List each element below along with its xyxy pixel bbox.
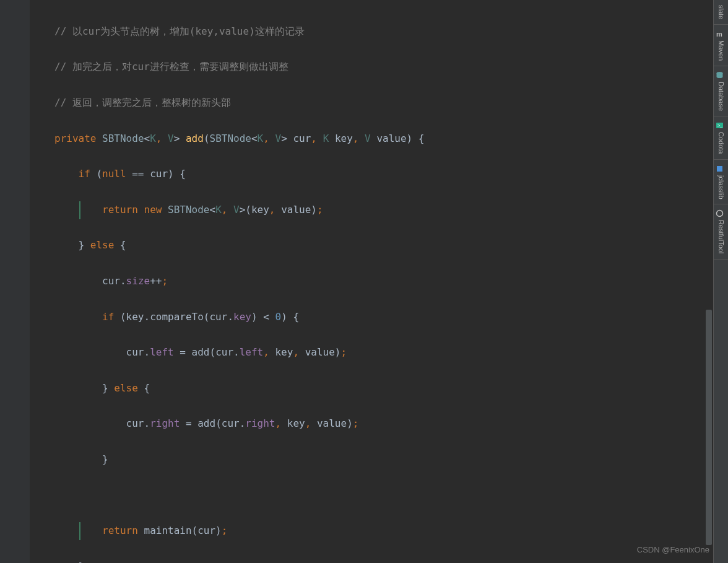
database-icon bbox=[717, 71, 725, 79]
tool-tab-restfultool[interactable]: RestfulTool bbox=[713, 204, 728, 259]
keyword-private: private bbox=[54, 133, 96, 144]
tool-tab-codota[interactable]: >_ Codota bbox=[713, 116, 728, 159]
restful-icon bbox=[717, 209, 725, 217]
tool-tab-database[interactable]: Database bbox=[713, 66, 728, 116]
method-add: add bbox=[186, 133, 204, 144]
jclasslib-icon bbox=[717, 165, 725, 173]
svg-rect-4 bbox=[717, 166, 722, 172]
maven-icon: m bbox=[717, 30, 725, 38]
comment-line: // 返回，调整完之后，整棵树的新头部 bbox=[54, 97, 231, 108]
code-editor[interactable]: // 以cur为头节点的树，增加(key,value)这样的记录 // 加完之后… bbox=[0, 0, 713, 563]
codota-icon: >_ bbox=[717, 121, 725, 129]
comment-line: // 以cur为头节点的树，增加(key,value)这样的记录 bbox=[54, 25, 305, 37]
tool-tab-jclasslib[interactable]: jclasslib bbox=[713, 160, 728, 205]
right-tool-sidebar: slate m Maven Database >_ Codota jclassl… bbox=[713, 0, 728, 563]
watermark: CSDN @FeenixOne bbox=[637, 543, 709, 557]
svg-text:m: m bbox=[716, 30, 722, 38]
code-content: // 以cur为头节点的树，增加(key,value)这样的记录 // 加完之后… bbox=[54, 5, 713, 563]
editor-gutter bbox=[0, 0, 30, 563]
editor-scrollbar[interactable] bbox=[704, 0, 712, 563]
field-size: size bbox=[126, 275, 150, 287]
tool-tab-slate[interactable]: slate bbox=[713, 0, 728, 25]
comment-line: // 加完之后，对cur进行检查，需要调整则做出调整 bbox=[54, 61, 288, 72]
scrollbar-thumb[interactable] bbox=[706, 310, 712, 545]
tool-tab-maven[interactable]: m Maven bbox=[713, 25, 728, 66]
svg-text:>_: >_ bbox=[717, 123, 722, 128]
